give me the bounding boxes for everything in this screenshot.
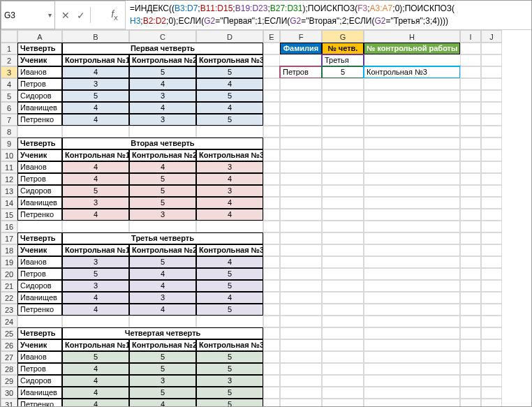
cell[interactable] (364, 387, 460, 399)
cell[interactable] (280, 399, 322, 407)
cell[interactable] (280, 339, 322, 351)
cell[interactable] (263, 280, 280, 292)
cell[interactable] (460, 126, 481, 138)
cell[interactable] (460, 54, 481, 66)
cell[interactable] (196, 316, 263, 327)
student-name[interactable]: Петров (17, 363, 62, 375)
student-name[interactable]: Петренко (17, 399, 62, 407)
grade-cell[interactable]: 3 (62, 197, 129, 209)
grade-cell[interactable]: 5 (62, 351, 129, 363)
grade-cell[interactable]: 4 (196, 209, 263, 221)
cell[interactable] (17, 126, 62, 138)
row-header-21[interactable]: 21 (1, 280, 17, 292)
grade-cell[interactable]: 3 (129, 209, 196, 221)
row-header-26[interactable]: 26 (1, 339, 17, 351)
grade-cell[interactable]: 4 (62, 292, 129, 304)
cell[interactable] (322, 232, 364, 244)
grade-cell[interactable]: 4 (62, 375, 129, 387)
cell[interactable] (322, 197, 364, 209)
cancel-icon[interactable]: ✕ (58, 10, 73, 21)
cell[interactable] (460, 280, 481, 292)
grade-cell[interactable]: 5 (129, 173, 196, 185)
cell[interactable] (460, 161, 481, 173)
label-qnum[interactable]: № четв. (322, 43, 364, 54)
cell[interactable] (263, 185, 280, 197)
grade-cell[interactable]: 4 (196, 78, 263, 90)
grade-cell[interactable]: 4 (129, 161, 196, 173)
cell[interactable] (263, 102, 280, 114)
cell[interactable] (263, 149, 280, 161)
student-name[interactable]: Петренко (17, 209, 62, 221)
cell[interactable] (129, 126, 196, 138)
cell[interactable] (263, 339, 280, 351)
grade-cell[interactable]: 4 (196, 197, 263, 209)
cell[interactable] (460, 327, 481, 339)
cell[interactable] (263, 387, 280, 399)
row-header-30[interactable]: 30 (1, 387, 17, 399)
grade-cell[interactable]: 5 (196, 387, 263, 399)
cell[interactable] (481, 327, 502, 339)
cell[interactable] (280, 327, 322, 339)
label-k1[interactable]: Контрольная №1 (62, 54, 129, 66)
grade-cell[interactable]: 4 (129, 304, 196, 316)
cell[interactable] (263, 304, 280, 316)
label-k1[interactable]: Контрольная №1 (62, 244, 129, 256)
label-student[interactable]: Ученик (17, 339, 62, 351)
cell[interactable] (196, 221, 263, 232)
quarter-title[interactable]: Третья четверть (62, 232, 263, 244)
cell[interactable] (481, 149, 502, 161)
row-header-10[interactable]: 10 (1, 149, 17, 161)
cell[interactable] (481, 185, 502, 197)
cell[interactable] (263, 161, 280, 173)
label-k1[interactable]: Контрольная №1 (62, 149, 129, 161)
row-header-28[interactable]: 28 (1, 363, 17, 375)
cell[interactable] (322, 221, 364, 232)
cell[interactable] (280, 375, 322, 387)
grade-cell[interactable]: 5 (62, 90, 129, 102)
grade-cell[interactable]: 3 (62, 280, 129, 292)
label-k2[interactable]: Контрольная №2 (129, 149, 196, 161)
cell[interactable] (62, 316, 129, 327)
row-header-31[interactable]: 31 (1, 399, 17, 407)
grade-cell[interactable]: 5 (196, 351, 263, 363)
cell[interactable] (481, 138, 502, 149)
cell[interactable] (17, 316, 62, 327)
grade-cell[interactable]: 3 (62, 256, 129, 268)
cell[interactable] (364, 256, 460, 268)
grade-cell[interactable]: 5 (196, 114, 263, 126)
grade-cell[interactable]: 4 (62, 387, 129, 399)
cell[interactable] (364, 209, 460, 221)
cell[interactable] (263, 244, 280, 256)
cell[interactable] (322, 149, 364, 161)
cell[interactable] (481, 304, 502, 316)
cell[interactable] (322, 399, 364, 407)
label-student[interactable]: Ученик (17, 54, 62, 66)
cell[interactable] (322, 126, 364, 138)
cell[interactable] (460, 244, 481, 256)
cell[interactable] (322, 209, 364, 221)
grade-cell[interactable]: 3 (129, 114, 196, 126)
cell[interactable] (280, 138, 322, 149)
student-name[interactable]: Иванов (17, 351, 62, 363)
cell[interactable] (364, 102, 460, 114)
cell[interactable] (62, 221, 129, 232)
label-k3[interactable]: Контрольная №3 (196, 54, 263, 66)
col-header-A[interactable]: A (17, 30, 62, 43)
cell[interactable] (322, 185, 364, 197)
lookup-lastname[interactable]: Петров (280, 66, 322, 78)
cell[interactable] (280, 149, 322, 161)
grade-cell[interactable]: 5 (129, 387, 196, 399)
cell[interactable] (263, 126, 280, 138)
cell[interactable] (263, 316, 280, 327)
cell[interactable] (280, 292, 322, 304)
select-all-corner[interactable] (1, 30, 17, 43)
cell[interactable] (481, 43, 502, 54)
label-k1[interactable]: Контрольная №1 (62, 339, 129, 351)
label-knum[interactable]: № контрольной работы (364, 43, 460, 54)
col-header-E[interactable]: E (263, 30, 280, 43)
student-name[interactable]: Иванов (17, 256, 62, 268)
row-header-8[interactable]: 8 (1, 126, 17, 138)
label-lastname[interactable]: Фамилия (280, 43, 322, 54)
row-header-15[interactable]: 15 (1, 209, 17, 221)
row-header-23[interactable]: 23 (1, 304, 17, 316)
